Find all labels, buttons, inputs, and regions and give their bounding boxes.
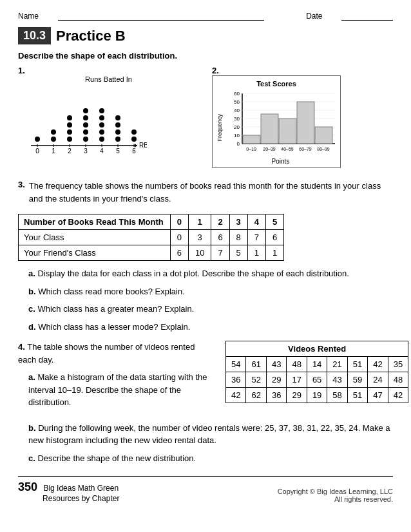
section-badge: 10.3 bbox=[18, 27, 51, 44]
sub-problem-3c: c. Which class has a greater mean? Expla… bbox=[28, 303, 393, 316]
table-col-4: 4 bbox=[247, 214, 265, 230]
svg-text:20–39: 20–39 bbox=[263, 147, 276, 151]
v-r3-c3: 36 bbox=[266, 388, 286, 403]
sub-problem-4a-text: a. Make a histogram of the data starting… bbox=[28, 371, 215, 409]
svg-text:10: 10 bbox=[234, 133, 240, 138]
footer: 350 Big Ideas Math Green Resources by Ch… bbox=[18, 476, 393, 503]
v-r2-c6: 43 bbox=[327, 372, 347, 388]
svg-rect-55 bbox=[243, 135, 260, 144]
footer-subtitle: Resources by Chapter bbox=[43, 494, 119, 503]
table-col-5: 5 bbox=[266, 214, 284, 230]
videos-table-title: Videos Rented bbox=[226, 341, 408, 357]
svg-point-29 bbox=[99, 137, 104, 142]
table-col-3: 3 bbox=[229, 214, 247, 230]
svg-rect-59 bbox=[315, 127, 332, 144]
table-row-your-class: Your Class 0 3 6 8 7 6 bbox=[19, 230, 284, 245]
your-class-val-0: 0 bbox=[170, 230, 188, 245]
svg-text:2: 2 bbox=[68, 147, 72, 155]
svg-text:0: 0 bbox=[237, 141, 240, 147]
name-underline bbox=[58, 20, 264, 21]
svg-text:20: 20 bbox=[234, 124, 240, 130]
friend-class-label: Your Friend's Class bbox=[19, 245, 171, 261]
svg-point-33 bbox=[99, 108, 104, 113]
v-r3-c6: 58 bbox=[327, 388, 347, 403]
svg-text:RBIs: RBIs bbox=[139, 142, 147, 149]
svg-point-17 bbox=[35, 137, 40, 142]
header: Name Date bbox=[18, 12, 393, 21]
svg-point-28 bbox=[83, 108, 88, 113]
videos-row-1: 54 61 43 48 14 21 51 42 35 bbox=[226, 357, 408, 372]
svg-point-26 bbox=[83, 122, 88, 128]
footer-right: Copyright © Big Ideas Learning, LLC All … bbox=[278, 488, 393, 503]
v-r3-c9: 42 bbox=[388, 388, 408, 403]
your-class-val-5: 6 bbox=[266, 230, 284, 245]
videos-table-title-row: Videos Rented bbox=[226, 341, 408, 357]
sub-problem-4a: a. Make a histogram of the data starting… bbox=[28, 371, 215, 409]
v-r2-c5: 65 bbox=[307, 372, 327, 388]
footer-left: 350 Big Ideas Math Green Resources by Ch… bbox=[18, 480, 119, 503]
sub-label-4c: c. bbox=[28, 453, 37, 463]
hist-wrapper: Frequency 0 10 20 30 40 bbox=[216, 90, 336, 165]
svg-text:30: 30 bbox=[234, 116, 240, 122]
svg-text:50: 50 bbox=[234, 99, 240, 105]
svg-text:80–99: 80–99 bbox=[317, 147, 330, 151]
friend-class-val-3: 5 bbox=[229, 245, 247, 261]
problem-4-row: 4. The table shows the number of videos … bbox=[18, 341, 393, 414]
your-class-label: Your Class bbox=[19, 230, 171, 245]
practice-title: Practice B bbox=[56, 28, 126, 44]
svg-text:3: 3 bbox=[84, 147, 88, 155]
your-class-val-3: 8 bbox=[229, 230, 247, 245]
problem-1: 1. Runs Batted In 0 1 2 3 4 bbox=[18, 66, 199, 168]
svg-text:60: 60 bbox=[234, 91, 240, 97]
svg-point-34 bbox=[115, 137, 120, 142]
book-title: Big Ideas Math Green bbox=[43, 484, 119, 493]
v-r3-c2: 62 bbox=[246, 388, 266, 403]
v-r2-c9: 48 bbox=[388, 372, 408, 388]
v-r1-c3: 43 bbox=[266, 357, 286, 372]
problem-4-right: Videos Rented 54 61 43 48 14 21 51 42 35… bbox=[225, 341, 393, 414]
sub-text-4c: Describe the shape of the new distributi… bbox=[37, 453, 196, 463]
v-r1-c1: 54 bbox=[226, 357, 246, 372]
problem-2-label: 2. bbox=[212, 66, 219, 75]
problem-3: 3. The frequency table shows the numbers… bbox=[18, 180, 393, 333]
dot-plot-canvas: 0 1 2 3 4 5 6 RBIs bbox=[18, 84, 147, 155]
histogram-container: Test Scores Frequency 0 10 20 bbox=[212, 75, 341, 168]
table-col-header: Number of Books Read This Month bbox=[19, 214, 171, 230]
v-r1-c2: 61 bbox=[246, 357, 266, 372]
v-r3-c8: 47 bbox=[368, 388, 388, 403]
svg-point-30 bbox=[99, 129, 104, 135]
friend-class-val-4: 1 bbox=[247, 245, 265, 261]
v-r3-c5: 19 bbox=[307, 388, 327, 403]
svg-text:40: 40 bbox=[234, 108, 240, 113]
sub-text-3a: Display the data for each class in a dot… bbox=[37, 269, 349, 278]
sub-label-3c: c. bbox=[28, 304, 37, 314]
sub-text-3b: Which class read more books? Explain. bbox=[38, 287, 185, 296]
table-col-0: 0 bbox=[170, 214, 188, 230]
table-header-row: Number of Books Read This Month 0 1 2 3 … bbox=[19, 214, 284, 230]
svg-point-20 bbox=[67, 137, 72, 142]
title-row: 10.3 Practice B bbox=[18, 27, 393, 44]
sub-problems-3: a. Display the data for each class in a … bbox=[28, 267, 393, 333]
friend-class-val-2: 7 bbox=[211, 245, 229, 261]
dot-plot-svg: 0 1 2 3 4 5 6 RBIs bbox=[18, 84, 147, 158]
svg-point-31 bbox=[99, 122, 104, 128]
friend-class-val-5: 1 bbox=[266, 245, 284, 261]
svg-point-18 bbox=[51, 137, 56, 142]
rights: All rights reserved. bbox=[334, 495, 393, 503]
friend-class-val-1: 10 bbox=[188, 245, 211, 261]
hist-chart-area: 0 10 20 30 40 50 60 bbox=[224, 90, 337, 165]
svg-point-24 bbox=[83, 137, 88, 142]
table-col-1: 1 bbox=[188, 214, 211, 230]
svg-text:40–59: 40–59 bbox=[281, 147, 294, 151]
problem-3-label: 3. bbox=[18, 180, 25, 207]
svg-point-23 bbox=[67, 115, 72, 120]
sub-label-3b: b. bbox=[28, 287, 38, 296]
table-col-2: 2 bbox=[211, 214, 229, 230]
date-underline bbox=[341, 20, 393, 21]
svg-text:60–79: 60–79 bbox=[299, 147, 312, 151]
v-r1-c8: 42 bbox=[368, 357, 388, 372]
copyright: Copyright © Big Ideas Learning, LLC bbox=[278, 488, 393, 495]
svg-point-22 bbox=[67, 122, 72, 128]
svg-text:0: 0 bbox=[35, 147, 39, 155]
problem-4-text: The table shows the number of videos ren… bbox=[18, 342, 195, 365]
